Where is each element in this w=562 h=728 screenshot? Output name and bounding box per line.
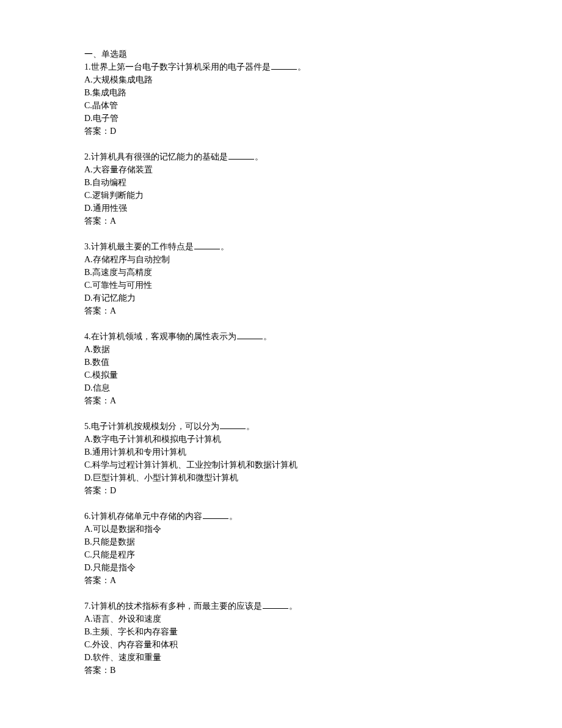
option: B.主频、字长和内存容量: [84, 625, 562, 638]
option: D.软件、速度和重量: [84, 651, 562, 664]
question-number: 4.: [84, 332, 91, 341]
option: A.大规模集成电路: [84, 73, 562, 86]
answer-label: 答案：: [84, 216, 110, 226]
stem-text-after: 。: [297, 62, 306, 72]
answer-label: 答案：: [84, 127, 110, 136]
option: B.只能是数据: [84, 535, 562, 548]
answer-label: 答案：: [84, 666, 110, 675]
option: C.只能是程序: [84, 548, 562, 561]
option: D.信息: [84, 381, 562, 394]
stem-text-after: 。: [221, 242, 229, 251]
answer-line: 答案：A: [84, 304, 562, 317]
stem-text-before: 计算机的技术指标有多种，而最主要的应该是: [91, 601, 262, 611]
question-stem: 1.世界上第一台电子数字计算机采用的电子器件是。: [84, 61, 562, 73]
option: C.可靠性与可用性: [84, 279, 562, 292]
fill-blank: [271, 61, 297, 70]
fill-blank: [237, 331, 263, 339]
answer-line: 答案：A: [84, 215, 562, 227]
fill-blank: [203, 510, 228, 519]
section-title: 一、单选题: [84, 48, 562, 61]
question-stem: 2.计算机具有很强的记忆能力的基础是。: [84, 150, 562, 163]
option: D.通用性强: [84, 202, 562, 215]
answer-value: D: [110, 127, 116, 136]
question-number: 1.: [84, 62, 91, 72]
option: B.自动编程: [84, 176, 562, 189]
stem-text-before: 电子计算机按规模划分，可以分为: [91, 422, 219, 431]
question-number: 3.: [84, 242, 91, 251]
option: B.高速度与高精度: [84, 266, 562, 279]
option: A.存储程序与自动控制: [84, 253, 562, 266]
answer-line: 答案：A: [84, 574, 562, 587]
fill-blank: [194, 241, 220, 249]
question-stem: 6.计算机存储单元中存储的内容。: [84, 510, 562, 523]
answer-value: D: [110, 486, 116, 495]
option: D.巨型计算机、小型计算机和微型计算机: [84, 471, 562, 484]
question-stem: 3.计算机最主要的工作特点是。: [84, 240, 562, 253]
stem-text-after: 。: [229, 512, 238, 521]
option: C.晶体管: [84, 99, 562, 112]
stem-text-before: 世界上第一台电子数字计算机采用的电子器件是: [91, 62, 271, 72]
stem-text-after: 。: [289, 601, 297, 611]
question-block: 5.电子计算机按规模划分，可以分为。A.数字电子计算机和模拟电子计算机B.通用计…: [84, 420, 562, 497]
answer-value: A: [110, 216, 116, 226]
option: C.逻辑判断能力: [84, 189, 562, 202]
questions-container: 1.世界上第一台电子数字计算机采用的电子器件是。A.大规模集成电路B.集成电路C…: [84, 61, 562, 677]
option: D.有记忆能力: [84, 292, 562, 304]
question-number: 2.: [84, 152, 91, 161]
option: B.集成电路: [84, 86, 562, 99]
question-number: 5.: [84, 422, 91, 431]
answer-value: A: [110, 396, 116, 405]
fill-blank: [263, 600, 288, 609]
answer-label: 答案：: [84, 306, 110, 315]
option: A.语言、外设和速度: [84, 612, 562, 625]
question-block: 6.计算机存储单元中存储的内容。A.可以是数据和指令B.只能是数据C.只能是程序…: [84, 510, 562, 587]
option: A.可以是数据和指令: [84, 523, 562, 535]
answer-value: A: [110, 306, 116, 315]
option: D.电子管: [84, 112, 562, 125]
answer-line: 答案：B: [84, 664, 562, 677]
question-block: 4.在计算机领域，客观事物的属性表示为。A.数据B.数值C.模拟量D.信息答案：…: [84, 330, 562, 407]
answer-line: 答案：A: [84, 394, 562, 407]
answer-value: A: [110, 576, 116, 585]
option: C.科学与过程计算计算机、工业控制计算机和数据计算机: [84, 458, 562, 471]
question-number: 7.: [84, 601, 91, 611]
document-page: 一、单选题 1.世界上第一台电子数字计算机采用的电子器件是。A.大规模集成电路B…: [0, 0, 562, 728]
option: D.只能是指令: [84, 561, 562, 574]
option: B.通用计算机和专用计算机: [84, 446, 562, 458]
answer-label: 答案：: [84, 396, 110, 405]
stem-text-after: 。: [263, 332, 272, 341]
stem-text-after: 。: [246, 422, 255, 431]
option: B.数值: [84, 356, 562, 369]
answer-label: 答案：: [84, 576, 110, 585]
answer-line: 答案：D: [84, 125, 562, 138]
option: C.外设、内存容量和体积: [84, 638, 562, 651]
fill-blank: [220, 421, 246, 429]
question-block: 3.计算机最主要的工作特点是。A.存储程序与自动控制B.高速度与高精度C.可靠性…: [84, 240, 562, 317]
question-stem: 7.计算机的技术指标有多种，而最主要的应该是。: [84, 600, 562, 612]
question-block: 7.计算机的技术指标有多种，而最主要的应该是。A.语言、外设和速度B.主频、字长…: [84, 600, 562, 677]
option: A.数字电子计算机和模拟电子计算机: [84, 433, 562, 446]
answer-line: 答案：D: [84, 484, 562, 497]
question-stem: 5.电子计算机按规模划分，可以分为。: [84, 420, 562, 433]
question-stem: 4.在计算机领域，客观事物的属性表示为。: [84, 330, 562, 343]
option: A.数据: [84, 343, 562, 356]
option: C.模拟量: [84, 369, 562, 381]
answer-label: 答案：: [84, 486, 110, 495]
answer-value: B: [110, 666, 115, 675]
stem-text-before: 计算机存储单元中存储的内容: [91, 512, 202, 521]
stem-text-before: 在计算机领域，客观事物的属性表示为: [91, 332, 236, 341]
question-number: 6.: [84, 512, 91, 521]
option: A.大容量存储装置: [84, 163, 562, 176]
stem-text-after: 。: [255, 152, 263, 161]
question-block: 2.计算机具有很强的记忆能力的基础是。A.大容量存储装置B.自动编程C.逻辑判断…: [84, 150, 562, 227]
question-block: 1.世界上第一台电子数字计算机采用的电子器件是。A.大规模集成电路B.集成电路C…: [84, 61, 562, 138]
stem-text-before: 计算机最主要的工作特点是: [91, 242, 194, 251]
fill-blank: [228, 151, 254, 160]
stem-text-before: 计算机具有很强的记忆能力的基础是: [91, 152, 228, 161]
